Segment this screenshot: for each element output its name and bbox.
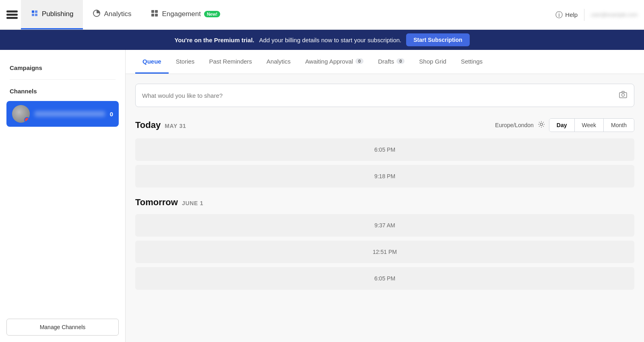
today-day-label: Today — [135, 120, 161, 130]
tab-past-reminders[interactable]: Past Reminders — [202, 50, 259, 74]
nav-divider — [584, 9, 584, 21]
tab-settings-label: Settings — [461, 58, 483, 65]
svg-point-10 — [540, 123, 543, 126]
tab-queue-label: Queue — [142, 58, 161, 65]
tab-stories-label: Stories — [176, 58, 195, 65]
tab-drafts-label: Drafts — [378, 58, 394, 65]
time-slot-tomorrow-2: 12:51 PM — [135, 241, 634, 263]
engagement-new-badge: New! — [204, 11, 220, 17]
today-date-label: MAY 31 — [165, 123, 186, 129]
banner-normal-text: Add your billing details now to start yo… — [259, 37, 402, 43]
tomorrow-section: Tomorrow JUNE 1 9:37 AM 12:51 PM 6:05 PM — [135, 197, 634, 290]
today-section-header: Today MAY 31 Europe/London Day — [135, 118, 634, 132]
engagement-nav-icon — [151, 9, 159, 19]
camera-icon[interactable] — [619, 90, 627, 101]
content-body: Today MAY 31 Europe/London Day — [126, 74, 644, 342]
nav-tabs: Publishing Analytics Engagement — [21, 0, 555, 29]
svg-point-9 — [622, 93, 625, 96]
svg-rect-6 — [151, 14, 154, 16]
sidebar-spacer — [0, 130, 125, 312]
sidebar-divider-1 — [10, 79, 116, 80]
view-toggle: Day Week Month — [549, 118, 634, 132]
view-month-button[interactable]: Month — [604, 119, 634, 132]
awaiting-approval-badge: 0 — [355, 58, 363, 64]
tab-stories[interactable]: Stories — [169, 50, 202, 74]
tomorrow-date-label: JUNE 1 — [182, 200, 203, 206]
time-slot-tomorrow-3: 6:05 PM — [135, 267, 634, 290]
start-subscription-button[interactable]: Start Subscription — [406, 33, 469, 46]
nav-tab-publishing-label: Publishing — [42, 10, 73, 18]
help-circle-icon: ⓘ — [555, 10, 563, 20]
channel-item[interactable]: 0 — [6, 101, 119, 127]
svg-rect-5 — [155, 10, 158, 13]
tomorrow-section-header: Tomorrow JUNE 1 — [135, 197, 634, 208]
schedule-controls: Europe/London Day Week Month — [495, 118, 634, 132]
tab-queue[interactable]: Queue — [135, 50, 169, 74]
nav-tab-analytics[interactable]: Analytics — [83, 0, 141, 29]
channel-name-text — [35, 111, 105, 117]
manage-channels-button[interactable]: Manage Channels — [6, 319, 119, 336]
banner-bold-text: You're on the Premium trial. — [174, 37, 254, 43]
svg-rect-7 — [155, 14, 158, 16]
time-slot-today-1-time: 6:05 PM — [374, 146, 395, 153]
drafts-badge: 0 — [396, 58, 405, 64]
time-slot-tomorrow-3-time: 6:05 PM — [374, 275, 395, 282]
nav-logo — [6, 9, 18, 21]
time-slot-today-2: 9:18 PM — [135, 165, 634, 187]
share-input-wrapper[interactable] — [135, 84, 634, 107]
tab-awaiting-approval-label: Awaiting Approval — [305, 58, 353, 65]
sidebar: Campaigns Channels 0 Manage Channels — [0, 50, 126, 342]
user-email: user@example.com — [591, 12, 638, 18]
tab-analytics[interactable]: Analytics — [259, 50, 298, 74]
svg-rect-0 — [6, 10, 18, 12]
svg-rect-1 — [6, 14, 18, 16]
help-button[interactable]: ⓘ Help — [555, 10, 578, 20]
time-slot-today-2-time: 9:18 PM — [374, 173, 395, 179]
today-section: Today MAY 31 Europe/London Day — [135, 118, 634, 187]
main-layout: Campaigns Channels 0 Manage Channels Que… — [0, 50, 644, 342]
time-slot-today-1: 6:05 PM — [135, 138, 634, 161]
nav-tab-analytics-label: Analytics — [104, 10, 131, 18]
tab-past-reminders-label: Past Reminders — [209, 58, 252, 65]
today-title: Today MAY 31 — [135, 120, 186, 130]
timezone-gear-icon[interactable] — [538, 121, 545, 130]
nav-tab-publishing[interactable]: Publishing — [21, 0, 83, 29]
tomorrow-title: Tomorrow JUNE 1 — [135, 197, 203, 208]
time-slot-tomorrow-1-time: 9:37 AM — [374, 222, 395, 229]
top-nav: Publishing Analytics Engagement — [0, 0, 644, 30]
tab-awaiting-approval[interactable]: Awaiting Approval 0 — [298, 50, 371, 74]
time-slot-tomorrow-2-time: 12:51 PM — [373, 249, 397, 255]
channel-avatar-dot — [24, 117, 30, 123]
channel-count: 0 — [110, 111, 113, 117]
premium-banner: You're on the Premium trial. Add your bi… — [0, 30, 644, 50]
timezone-label: Europe/London — [495, 122, 534, 128]
sidebar-campaigns[interactable]: Campaigns — [0, 61, 125, 74]
channel-avatar — [12, 105, 30, 123]
content-area: Queue Stories Past Reminders Analytics A… — [126, 50, 644, 342]
tab-analytics-label: Analytics — [266, 58, 291, 65]
tomorrow-day-label: Tomorrow — [135, 197, 178, 208]
publishing-icon — [31, 9, 39, 19]
nav-tab-engagement[interactable]: Engagement New! — [141, 0, 230, 29]
tab-shop-grid[interactable]: Shop Grid — [412, 50, 454, 74]
svg-rect-4 — [151, 10, 154, 13]
sidebar-channels-label: Channels — [0, 84, 125, 98]
share-input[interactable] — [142, 92, 619, 99]
help-label: Help — [565, 11, 578, 18]
svg-rect-2 — [6, 17, 18, 19]
content-tabs: Queue Stories Past Reminders Analytics A… — [126, 50, 644, 74]
tab-settings[interactable]: Settings — [454, 50, 490, 74]
time-slot-tomorrow-1: 9:37 AM — [135, 214, 634, 237]
view-day-button[interactable]: Day — [549, 119, 575, 132]
analytics-nav-icon — [93, 9, 101, 19]
tab-shop-grid-label: Shop Grid — [419, 58, 446, 65]
view-week-button[interactable]: Week — [575, 119, 604, 132]
tab-drafts[interactable]: Drafts 0 — [371, 50, 412, 74]
nav-right: ⓘ Help user@example.com — [555, 9, 638, 21]
nav-tab-engagement-label: Engagement — [162, 10, 200, 18]
